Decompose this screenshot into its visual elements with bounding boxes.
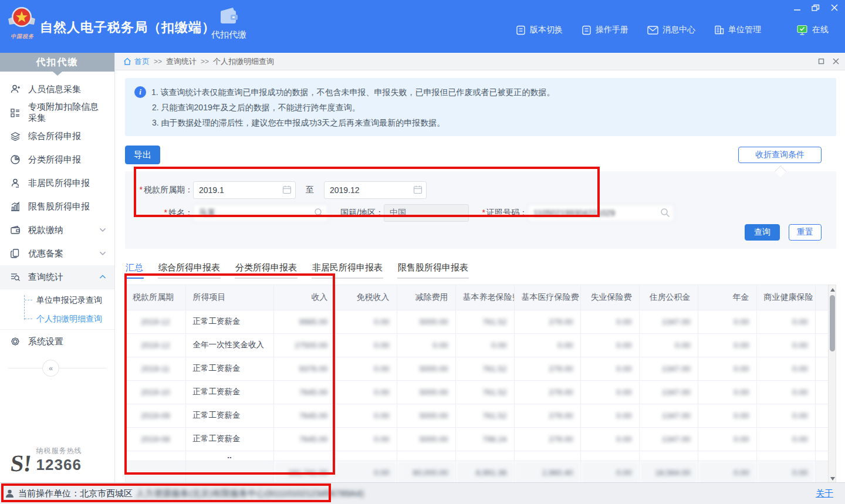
table-cell [815,451,828,461]
id-number-input[interactable] [528,204,674,222]
sidebar-subitem-unit-declaration-records[interactable]: 单位申报记录查询 [0,290,114,309]
table-cell: 0.00 [335,427,397,451]
tab-summary[interactable]: 汇总 [125,259,144,279]
table-cell: 0.00 [397,333,455,357]
sidebar-subitem-personal-withholding-detail[interactable]: 个人扣缴明细查询 [0,309,114,328]
restore-button[interactable] [811,4,820,12]
sidebar-item-classified-income[interactable]: 分类所得申报 [0,148,114,171]
online-monitor-icon [796,25,808,35]
online-label: 在线 [812,25,829,35]
tab-restricted-shares[interactable]: 限售股所得申报表 [397,259,469,279]
calendar-icon[interactable] [413,185,422,194]
nav-label: 单位管理 [728,25,761,35]
table-row[interactable]: 2019-08正常工资薪金7645.000.005000.00798.24279… [126,427,828,451]
column-header: 基本养老保险费 [455,285,514,310]
nav-online-status[interactable]: 在线 [796,25,829,35]
table-cell: 0.00 [580,310,639,333]
sidebar-item-comprehensive-income[interactable]: 综合所得申报 [0,124,114,148]
tab-restore-button[interactable] [818,58,824,65]
sidebar-item-system-settings[interactable]: 系统设置 [0,330,114,353]
vertical-scrollbar-thumb[interactable] [830,295,835,351]
table-cell: 正常工资薪金 [185,404,273,427]
nav-message-center[interactable]: 消息中心 [647,25,695,35]
home-icon [123,57,131,65]
id-input-wrap [528,204,674,222]
scroll-down-arrow-icon[interactable] [830,477,835,481]
sidebar-item-preferential-filing[interactable]: 优惠备案 [0,242,114,265]
period-end-input[interactable] [324,181,427,199]
sidebar-item-query-statistics[interactable]: 查询统计 [0,265,114,289]
module-tab-daikou[interactable]: 代扣代缴 [205,7,252,40]
table-cell: 正常工资薪金 [185,427,273,451]
vertical-scrollbar[interactable] [828,285,836,484]
sidebar-item-label: 限售股所得申报 [28,201,90,212]
hotline-glyph: S! [9,453,32,474]
name-input-wrap [193,204,328,222]
sidebar-item-personnel-info[interactable]: 人员信息采集 [0,77,114,101]
tab-classified-income[interactable]: 分类所得申报表 [235,259,298,279]
sidebar-collapse-button[interactable]: « [42,360,59,377]
notice-line: 2. 只能查询2019年及之后的数据，不能进行跨年度查询。 [134,100,826,115]
table-cell: 2019-11 [126,357,185,380]
table-cell: 0.00 [335,333,397,357]
sidebar-item-special-deduction[interactable]: 专项附加扣除信息采集 [0,101,114,124]
tab-close-button[interactable] [833,58,839,65]
table-cell: 0.00 [580,461,639,484]
table-cell: 9376.00 [273,357,335,380]
export-button[interactable]: 导出 [125,146,160,164]
table-cell: 279.00 [514,380,580,404]
app-title: 自然人电子税务局（扣缴端） [40,19,215,36]
table-cell: 0.00 [580,380,639,404]
breadcrumb-home[interactable]: 首页 [123,56,150,67]
sidebar-item-tax-payment[interactable]: 税款缴纳 [0,218,114,242]
table-cell [756,451,815,461]
table-row[interactable]: 2019-10正常工资薪金7645.000.005000.00761.52279… [126,380,828,404]
sidebar-item-label: 专项附加扣除信息采集 [28,102,106,124]
search-button[interactable]: 查询 [745,224,780,241]
name-input[interactable] [193,204,328,222]
table-row[interactable]: 2019-12正常工资薪金9985.000.005000.00761.52279… [126,310,828,333]
table-row[interactable]: 2019-09正常工资薪金7645.000.005000.00761.52279… [126,404,828,427]
scroll-up-arrow-icon[interactable] [830,288,835,292]
nav-label: 消息中心 [663,25,695,35]
table-cell: 0.00 [756,404,815,427]
table-cell [455,451,514,461]
header-nav: 版本切换 操作手册 消息中心 单位管理 [516,25,829,35]
close-button[interactable] [830,4,839,12]
table-cell [273,451,335,461]
nav-manual[interactable]: 操作手册 [582,25,628,35]
sidebar-menu: 人员信息采集 专项附加扣除信息采集 综合所得申报 分类所得申报 非居民所得申报 [0,72,114,380]
sidebar-item-label: 综合所得申报 [28,131,81,142]
column-header: 年金 [698,285,756,310]
sidebar-subitem-label: 单位申报记录查询 [36,295,102,305]
required-asterisk: * [482,208,485,217]
reset-button[interactable]: 重置 [789,224,822,241]
list-icon [9,107,21,119]
sidebar-title: 代扣代缴 [0,53,114,72]
about-link[interactable]: 关于 [816,488,833,499]
chevron-down-icon [99,228,106,232]
minimize-button[interactable] [792,4,802,12]
nav-unit-management[interactable]: 单位管理 [714,25,761,35]
table-row[interactable]: 2019-11正常工资薪金9376.000.005000.00761.52279… [126,357,828,380]
search-icon[interactable] [314,208,324,218]
breadcrumb-item: 首页 [134,56,150,67]
query-statistics-submenu: 单位申报记录查询 个人扣缴明细查询 [0,289,114,330]
table-cell: 279.00 [514,404,580,427]
collapse-query-button[interactable]: 收折查询条件 [738,147,822,163]
column-header: 住房公积金 [639,285,698,310]
sidebar-item-nonresident-income[interactable]: 非居民所得申报 [0,171,114,195]
table-row[interactable]: 2019-12全年一次性奖金收入27500.000.000.000.000.00… [126,333,828,357]
search-icon[interactable] [660,208,670,218]
nav-version-switch[interactable]: 版本切换 [516,25,563,35]
table-cell: 2019-10 [126,380,185,404]
calendar-icon[interactable] [282,185,292,194]
table-cell [514,451,580,461]
tab-comprehensive-income[interactable]: 综合所得申报表 [158,259,221,279]
table-cell: 7645.00 [273,404,335,427]
period-start-input[interactable] [193,181,296,199]
table-cell: 1347.00 [639,310,698,333]
tab-nonresident-income[interactable]: 非居民所得申报表 [312,259,383,279]
sidebar-item-restricted-shares[interactable]: 限售股所得申报 [0,195,114,218]
table-cell: 0.0 [815,427,828,451]
